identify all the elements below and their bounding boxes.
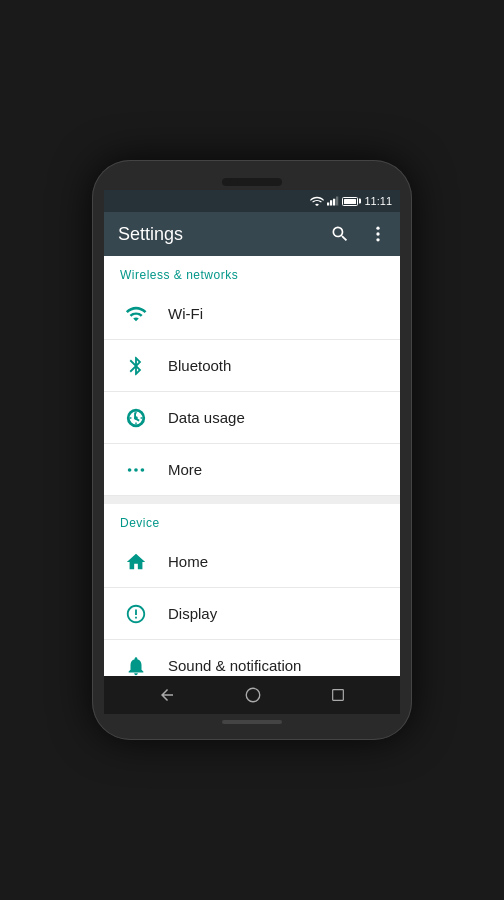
svg-rect-2 [333,199,335,206]
home-nav-icon [244,686,262,704]
section-header-wireless: Wireless & networks [104,256,400,288]
battery-status-icon [342,197,358,206]
bottom-grille [222,720,282,724]
search-icon [330,224,350,244]
display-icon [120,598,152,630]
svg-point-9 [134,468,138,472]
recents-button[interactable] [314,683,362,707]
svg-point-6 [376,238,379,241]
data-usage-label: Data usage [168,409,245,426]
front-camera [230,178,238,186]
bluetooth-icon [120,350,152,382]
settings-item-home[interactable]: Home [104,536,400,588]
back-button[interactable] [142,682,192,708]
svg-rect-12 [333,690,344,701]
svg-point-8 [128,468,132,472]
section-header-device: Device [104,504,400,536]
sound-label: Sound & notification [168,657,301,674]
bell-icon [120,650,152,677]
back-icon [158,686,176,704]
bluetooth-label: Bluetooth [168,357,231,374]
wifi-icon [120,298,152,330]
phone-screen: 11:11 Settings [104,190,400,714]
app-bar-icons [326,220,392,248]
app-bar: Settings [104,212,400,256]
phone-bottom-bar [104,714,400,728]
svg-point-4 [376,227,379,230]
wifi-label: Wi-Fi [168,305,203,322]
svg-point-7 [134,416,138,420]
wifi-status-icon [310,196,324,206]
svg-point-11 [246,688,260,702]
settings-item-sound[interactable]: Sound & notification [104,640,400,676]
status-icons [310,196,358,206]
settings-content: Wireless & networks Wi-Fi Bluetooth [104,256,400,676]
status-time: 11:11 [364,195,392,207]
home-nav-button[interactable] [228,682,278,708]
recents-icon [330,687,346,703]
more-icon [120,454,152,486]
settings-item-wifi[interactable]: Wi-Fi [104,288,400,340]
display-label: Display [168,605,217,622]
home-label: Home [168,553,208,570]
svg-rect-1 [330,200,332,205]
settings-item-display[interactable]: Display [104,588,400,640]
svg-point-10 [141,468,145,472]
search-button[interactable] [326,220,354,248]
app-bar-title: Settings [118,224,326,245]
home-icon [120,546,152,578]
phone-frame: 11:11 Settings [92,160,412,740]
svg-rect-0 [327,203,329,206]
settings-item-more[interactable]: More [104,444,400,496]
settings-item-data-usage[interactable]: Data usage [104,392,400,444]
section-divider [104,496,400,504]
status-bar: 11:11 [104,190,400,212]
svg-point-5 [376,232,379,235]
nav-bar [104,676,400,714]
svg-rect-3 [336,197,338,206]
more-vert-icon [368,224,388,244]
more-options-button[interactable] [364,220,392,248]
settings-item-bluetooth[interactable]: Bluetooth [104,340,400,392]
phone-top-bar [104,172,400,190]
more-label: More [168,461,202,478]
data-usage-icon [120,402,152,434]
signal-status-icon [327,196,339,206]
